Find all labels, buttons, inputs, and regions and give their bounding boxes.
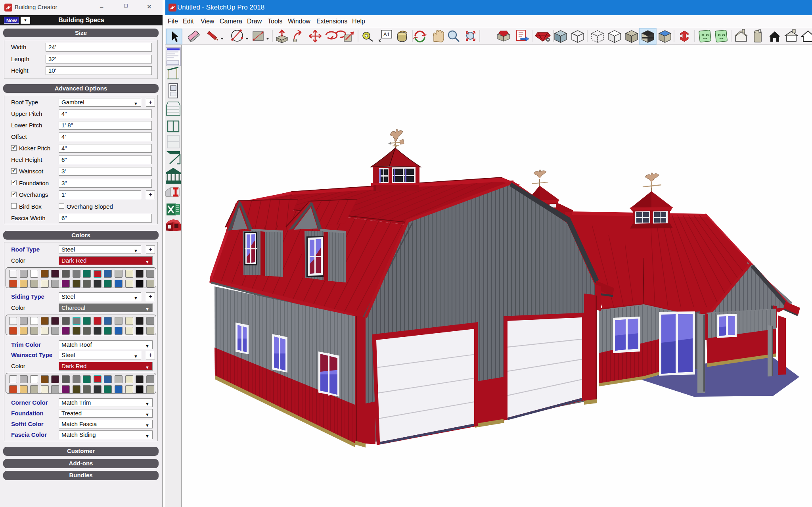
svg-text:A1: A1 bbox=[383, 31, 390, 37]
